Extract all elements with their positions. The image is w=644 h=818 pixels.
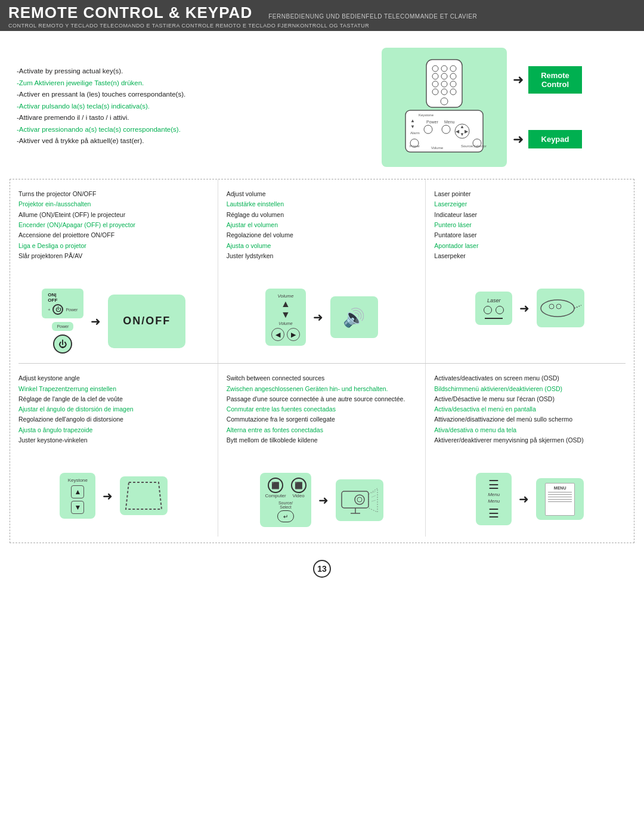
volume-portuguese: Ajusta o volume xyxy=(227,241,417,251)
remote-control-label-row: ➜ RemoteControl xyxy=(513,66,582,94)
menu-paper: MENU xyxy=(545,483,575,516)
menu-result-box: MENU xyxy=(536,478,584,520)
laser-portuguese: Apontador laser xyxy=(434,241,626,251)
keystone-description: Adjust keystone angle Winkel Trapezentze… xyxy=(18,373,209,445)
menu-visual: ☰ Menu Menu ☰ ➜ MENU xyxy=(434,470,626,530)
intro-diagram: Keystone Power Menu ▲ ▼ ◀ ▶ Alarm Power … xyxy=(382,48,632,167)
laser-description: Laser pointer Laserzeiger Indicateur las… xyxy=(434,189,626,261)
keystone-result-svg xyxy=(123,479,165,512)
header-subtitle-bottom: CONTROL REMOTO Y TECLADO TELECOMANDO E T… xyxy=(8,23,636,29)
menu-visual-cell: ☰ Menu Menu ☰ ➜ MENU xyxy=(426,456,634,537)
source-spanish: Conmutar entre las fuentes conectadas xyxy=(227,404,417,414)
intro-line-5: -Attivare premendo il / i tasto / i atti… xyxy=(17,112,370,124)
svg-text:▼: ▼ xyxy=(410,124,415,129)
keystone-spanish: Ajustar el ángulo de distorsión de image… xyxy=(18,404,209,414)
keystone-german: Winkel Trapezentzerrung einstellen xyxy=(18,384,209,394)
svg-point-39 xyxy=(355,495,364,504)
volume-norwegian: Juster lydstyrken xyxy=(227,251,417,261)
laser-circle-1 xyxy=(484,306,492,314)
laser-cell: Laser pointer Laserzeiger Indicateur las… xyxy=(426,179,634,272)
keypad-label-row: ➜ Keypad xyxy=(513,130,582,148)
keystone-button-box: Keystone ▲ ▼ xyxy=(60,473,95,519)
laser-italian: Puntatore laser xyxy=(434,230,626,240)
keystone-btn-label: Keystone xyxy=(68,478,88,483)
arrow-to-keypad: ➜ xyxy=(513,132,524,147)
laser-french: Indicateur laser xyxy=(434,210,626,220)
menu-italian: Attivazione/disattivazione del menù sull… xyxy=(434,414,626,425)
source-french: Passage d'une source connectée à une aut… xyxy=(227,394,417,404)
intro-line-4: -Activar pulsando la(s) tecla(s) indicat… xyxy=(17,101,370,113)
svg-text:▼: ▼ xyxy=(460,132,465,137)
onoff-result-label: ON/OFF xyxy=(123,315,171,327)
onoff-spanish: Encender (ON)/Apagar (OFF) el proyector xyxy=(18,220,209,230)
source-visual-cell: ⬛ Computer ⬛ Video Source/Select ↵ ➜ xyxy=(218,456,426,537)
video-label: Video xyxy=(292,493,304,498)
volume-german: Lautstärke einstellen xyxy=(227,199,417,209)
svg-line-42 xyxy=(371,491,376,493)
page-title: REMOTE CONTROL & KEYPAD xyxy=(8,4,252,22)
source-title: Switch between connected sources xyxy=(227,373,417,383)
menu-arrow: ➜ xyxy=(519,492,529,506)
volume-button-box: Volume ▲▼ Volume ◀ ▶ xyxy=(265,289,306,346)
power-label-below: Power xyxy=(52,322,73,331)
keystone-arrow: ➜ xyxy=(103,489,113,503)
intro-section: -Activate by pressing actual key(s). -Zu… xyxy=(0,31,644,173)
onoff-title: Turns the projector ON/OFF xyxy=(18,189,209,199)
menu-french: Active/Désactive le menu sur l'écran (OS… xyxy=(434,394,626,404)
vol-right-btn: ▶ xyxy=(287,328,300,341)
onoff-norwegian: Slår projektoren PÅ/AV xyxy=(18,251,209,261)
laser-spanish: Puntero láser xyxy=(434,220,626,230)
projector-svg xyxy=(339,482,380,518)
svg-point-34 xyxy=(549,304,554,309)
source-arrow: ➜ xyxy=(318,493,329,507)
source-cell: Switch between connected sources Zwische… xyxy=(218,364,426,456)
intro-line-2: -Zum Aktivieren jeweilige Taste(n) drüke… xyxy=(17,78,370,89)
laser-circle-2 xyxy=(496,306,504,314)
menu-button-box: ☰ Menu Menu ☰ xyxy=(476,473,512,525)
laser-norwegian: Laserpeker xyxy=(434,251,626,261)
laser-result-box xyxy=(537,289,584,327)
svg-text:Power: Power xyxy=(426,120,439,124)
intro-line-3: -Activer en pressant la (les) touches co… xyxy=(17,89,370,101)
menu-german: Bildschirmmenü aktivieren/deaktivieren (… xyxy=(434,384,626,394)
remote-svg: Keystone Power Menu ▲ ▼ ◀ ▶ Alarm Power … xyxy=(394,57,495,158)
power-big-circle: ⏻ xyxy=(53,334,72,354)
row2-descriptions: Adjust keystone angle Winkel Trapezentze… xyxy=(10,364,634,456)
svg-text:▶: ▶ xyxy=(465,129,469,134)
source-select-label: Source/Select xyxy=(278,501,293,509)
onoff-small-keypad: ON|OFF + ⏻ Power xyxy=(42,289,83,318)
onoff-visual: ON|OFF + ⏻ Power Power ⏻ ➜ xyxy=(18,286,209,358)
volume-arrows: ◀ ▶ xyxy=(271,328,300,341)
svg-text:Volume: Volume xyxy=(431,146,444,150)
source-portuguese: Alterna entre as fontes conectadas xyxy=(227,425,417,435)
laser-remote-svg xyxy=(540,293,581,323)
onoff-arrow: ➜ xyxy=(91,314,101,329)
intro-text: -Activate by pressing actual key(s). -Zu… xyxy=(17,48,370,167)
onoff-result-box: ON/OFF xyxy=(108,295,185,348)
menu-cell: Activates/deactivates on screen menu (OS… xyxy=(426,364,634,456)
svg-text:▲: ▲ xyxy=(410,118,415,123)
keystone-visual-cell: Keystone ▲ ▼ ➜ xyxy=(10,456,218,537)
row1-descriptions: Turns the projector ON/OFF Projektor ein… xyxy=(10,179,634,272)
menu-btn-sublabel: Menu xyxy=(488,498,500,504)
keystone-result-box xyxy=(120,476,168,515)
arrow-to-remote: ➜ xyxy=(513,72,524,88)
keystone-title: Adjust keystone angle xyxy=(18,373,209,383)
volume-visual-cell: Volume ▲▼ Volume ◀ ▶ ➜ 🔊 xyxy=(218,272,426,363)
laser-visual-cell: Laser ➜ xyxy=(426,272,634,363)
volume-arrow: ➜ xyxy=(313,310,323,324)
menu-btn-label: Menu xyxy=(488,492,500,497)
svg-line-44 xyxy=(371,500,376,501)
menu-norwegian: Aktiverer/deaktiverer menyvisning på skj… xyxy=(434,435,626,445)
laser-title: Laser pointer xyxy=(434,189,626,199)
dashed-section: Turns the projector ON/OFF Projektor ein… xyxy=(10,179,634,543)
speaker-box: 🔊 xyxy=(330,296,378,338)
keystone-cell: Adjust keystone angle Winkel Trapezentze… xyxy=(10,364,218,456)
diagram-labels: ➜ RemoteControl ➜ Keypad xyxy=(507,48,582,167)
laser-german: Laserzeiger xyxy=(434,199,626,209)
source-select-btn: ↵ xyxy=(277,510,294,522)
power-button-small: ⏻ xyxy=(52,304,63,315)
svg-text:Keystone: Keystone xyxy=(419,113,434,117)
intro-line-7: -Aktiver ved å trykke på aktuell(e) tast… xyxy=(17,135,370,147)
keystone-french: Réglage de l'angle de la clef de voûte xyxy=(18,394,209,404)
